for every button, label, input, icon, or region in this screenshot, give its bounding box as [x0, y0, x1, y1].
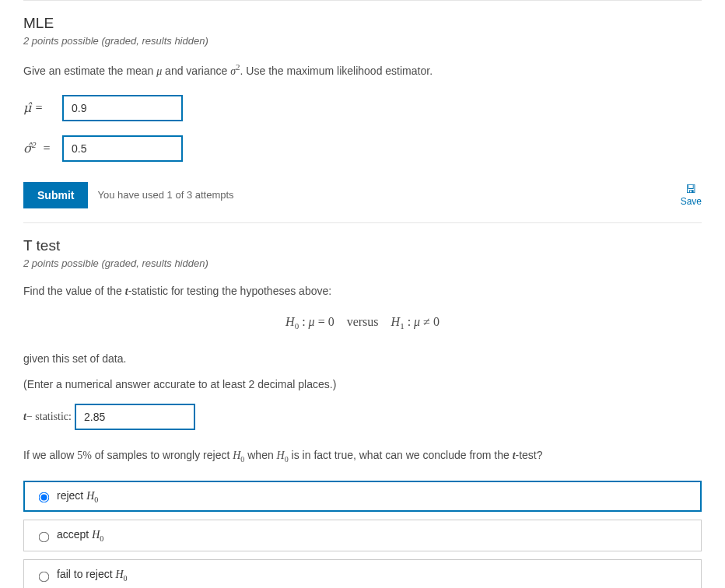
radio-reject[interactable] [39, 492, 50, 503]
mle-prompt-post: . Use the maximum likelihood estimator. [240, 65, 433, 77]
ttest-section: T test 2 points possible (graded, result… [23, 223, 702, 588]
sigma2-input[interactable] [62, 135, 183, 162]
conclude-mid: of samples to wrongly reject [92, 449, 233, 461]
mle-submit-row: Submit You have used 1 of 3 attempts 🖫 S… [23, 182, 702, 208]
given-text: given this set of data. [23, 351, 702, 367]
ttest-points: 2 points possible (graded, results hidde… [23, 257, 702, 269]
mle-prompt: Give an estimate the mean μ and variance… [23, 61, 702, 79]
mle-prompt-mid: and variance [162, 65, 230, 77]
sigma2-input-row: σ̂2 = [23, 135, 702, 162]
radio-option-reject[interactable]: reject H0 [23, 481, 702, 513]
hypothesis-display: H0 : μ = 0 versus H1 : μ ≠ 0 [23, 315, 702, 331]
ttest-title: T test [23, 237, 702, 254]
save-icon: 🖫 [681, 184, 702, 194]
conclude-prompt: If we allow 5% of samples to wrongly rej… [23, 447, 702, 465]
mle-title: MLE [23, 15, 702, 32]
h0-symbol-1: H0 [233, 450, 244, 461]
t-statistic-input[interactable] [75, 404, 195, 430]
radio-accept[interactable] [39, 532, 50, 543]
ttest-prompt1-post: -statistic for testing the hypotheses ab… [128, 285, 331, 297]
sigma2-hat-label: σ̂2 = [23, 140, 62, 156]
conclude-mid2: when [244, 449, 276, 461]
conclude-post: -test? [516, 449, 543, 461]
radio-fail[interactable] [39, 571, 50, 582]
h0-symbol-2: H0 [277, 450, 289, 461]
save-button[interactable]: 🖫 Save [681, 184, 702, 207]
enter-text: (Enter a numerical answer accurate to at… [23, 376, 702, 393]
t-statistic-label: t− statistic: [23, 411, 72, 423]
conclude-pre: If we allow [23, 449, 77, 461]
mu-hat-label: μ̂ = [23, 100, 62, 115]
save-label: Save [681, 196, 702, 207]
radio-accept-label: accept H0 [57, 528, 103, 543]
mu-input[interactable] [62, 95, 183, 121]
submit-button[interactable]: Submit [23, 182, 88, 208]
conclude-percent: 5% [77, 450, 92, 461]
mle-section: MLE 2 points possible (graded, results h… [23, 1, 702, 222]
mle-prompt-pre: Give an estimate the mean [23, 65, 156, 77]
ttest-prompt1-pre: Find the value of the [23, 285, 125, 297]
mle-points: 2 points possible (graded, results hidde… [23, 35, 702, 47]
attempts-text: You have used 1 of 3 attempts [97, 189, 233, 201]
radio-reject-label: reject H0 [57, 489, 98, 504]
radio-option-fail[interactable]: fail to reject H0 [23, 559, 702, 588]
ttest-prompt1: Find the value of the t-statistic for te… [23, 283, 702, 299]
radio-option-accept[interactable]: accept H0 [23, 520, 702, 551]
conclude-mid3: is in fact true, what can we conclude fr… [289, 449, 513, 461]
radio-fail-label: fail to reject H0 [57, 568, 128, 583]
mu-input-row: μ̂ = [23, 95, 702, 121]
t-input-row: t− statistic: [23, 404, 702, 430]
